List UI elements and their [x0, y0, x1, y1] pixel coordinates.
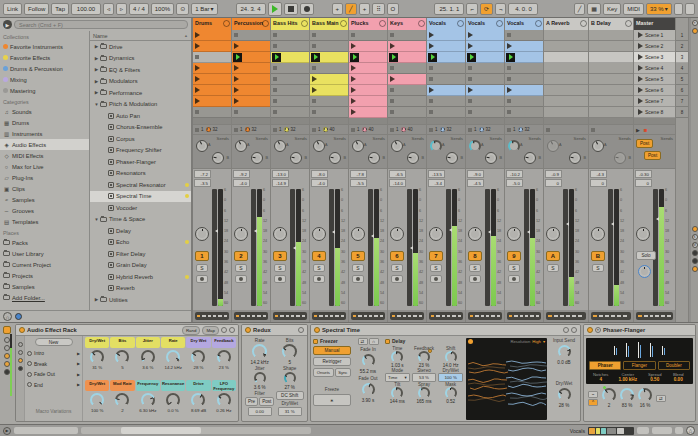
clip-slot-empty[interactable]	[505, 30, 543, 41]
macro-knob[interactable]	[166, 393, 180, 407]
return-clip-slot[interactable]	[589, 96, 633, 107]
drywet-value[interactable]: 100 %	[438, 373, 463, 382]
center-value[interactable]: 1.00 kHz	[612, 377, 643, 382]
solo-button[interactable]: S	[430, 264, 442, 272]
bits-value[interactable]: 5	[288, 360, 291, 365]
arm-record-button[interactable]	[352, 275, 364, 283]
clip-slot[interactable]	[193, 96, 231, 107]
resolution-value[interactable]: High	[532, 339, 541, 344]
amount-knob[interactable]	[620, 388, 634, 402]
freeze-button[interactable]: ∗	[313, 394, 351, 406]
arm-record-button[interactable]	[196, 275, 208, 283]
cue-volume-knob[interactable]	[638, 265, 651, 278]
device-on-toggle[interactable]	[314, 327, 320, 333]
drywet-value[interactable]: 31 %	[278, 407, 302, 416]
volume-fader[interactable]	[485, 189, 490, 306]
sync-toggle-icon[interactable]: ⇄	[656, 395, 666, 402]
sidebar-item-category[interactable]: ○Max for Live	[0, 161, 89, 172]
macro-name[interactable]: Mod Rate	[110, 380, 134, 391]
clip-slot-empty[interactable]	[505, 107, 543, 118]
clip-slot-empty[interactable]	[466, 107, 504, 118]
search-input[interactable]	[14, 20, 188, 29]
scene-number[interactable]: 6	[676, 85, 688, 96]
solo-button[interactable]: S	[391, 264, 403, 272]
arrangement-position-field[interactable]: 24. 3. 4	[236, 3, 266, 15]
spectrogram-display[interactable]: Resolution High ▾	[466, 338, 547, 420]
spread-value[interactable]: 0.50	[643, 377, 666, 382]
macro-knob[interactable]	[141, 393, 155, 407]
track-header[interactable]: Percussion	[232, 18, 270, 30]
shift-knob[interactable]	[445, 351, 457, 363]
nudge-down-button[interactable]: ◃	[103, 3, 114, 15]
clip-slot[interactable]	[349, 63, 387, 74]
solo-button[interactable]: S	[274, 264, 286, 272]
clip-slot[interactable]	[427, 30, 465, 41]
clip-stop-icon[interactable]	[507, 128, 511, 132]
volume-field[interactable]: -14.9	[272, 179, 289, 187]
sidebar-item-place[interactable]: Packs	[0, 237, 89, 248]
macro-knob[interactable]	[115, 350, 129, 364]
scrollbar-segment[interactable]	[14, 427, 78, 434]
macro-value[interactable]: 23 %	[219, 365, 229, 370]
sidebar-item-category[interactable]: ♫Sounds	[0, 106, 89, 117]
preview-headphone-icon[interactable]: ∩	[3, 312, 12, 321]
tree-item[interactable]: Reverb	[90, 283, 191, 295]
volume-fader[interactable]	[446, 189, 451, 306]
pan-knob[interactable]	[429, 227, 443, 241]
tree-item[interactable]: Filter Delay	[90, 248, 191, 260]
clip-slot[interactable]	[193, 41, 231, 52]
return-clip-slot[interactable]	[544, 41, 588, 52]
amount-value[interactable]: 83 %	[622, 403, 632, 408]
macro-knob[interactable]	[217, 350, 231, 364]
pan-knob[interactable]	[591, 227, 605, 241]
link-button[interactable]: Link	[3, 3, 22, 15]
macro-value[interactable]: 6.30 kHz	[139, 408, 156, 413]
track-header[interactable]: Plucks	[349, 18, 387, 30]
send-b-knob[interactable]	[368, 152, 380, 164]
device-view-toggle-icon[interactable]: ▶	[3, 427, 11, 435]
scene-number[interactable]: 5	[676, 74, 688, 85]
tree-item[interactable]: Frequency Shifter	[90, 145, 191, 157]
tree-item[interactable]: ▶Performance	[90, 87, 191, 99]
expand-arrow-icon[interactable]: ▶	[93, 297, 100, 302]
peak-level-box[interactable]: -13.5	[428, 170, 445, 178]
record-button[interactable]	[300, 3, 314, 15]
macro-name[interactable]: Resonance	[161, 380, 185, 391]
tree-item[interactable]: Delay	[90, 225, 191, 237]
clip-slot-empty[interactable]	[310, 41, 348, 52]
fade-in-value[interactable]: 55.2 ms	[360, 369, 376, 374]
mask-value[interactable]: 0.52	[446, 399, 455, 404]
peak-level-box[interactable]: -7.2	[194, 170, 211, 178]
rack-rand-button[interactable]: Rand	[182, 326, 201, 335]
sidebar-item-place[interactable]: User Library	[0, 248, 89, 259]
clip-slot-empty[interactable]	[232, 107, 270, 118]
device-on-toggle[interactable]	[245, 327, 251, 333]
volume-field[interactable]: -3.4	[428, 179, 445, 187]
expand-arrow-icon[interactable]: ▶	[93, 67, 100, 72]
volume-fader[interactable]	[368, 189, 373, 306]
scene-launch-slot[interactable]: Scene 3	[634, 52, 675, 63]
tree-item[interactable]: Grain Delay	[90, 260, 191, 272]
pan-knob[interactable]	[468, 227, 482, 241]
launch-variation-icon[interactable]: ▶	[77, 361, 80, 366]
sidebar-item-category[interactable]: ∼Grooves	[0, 205, 89, 216]
track-activator-button[interactable]: 2	[234, 251, 248, 261]
clip-slot-empty[interactable]	[310, 107, 348, 118]
clip-slot[interactable]	[193, 30, 231, 41]
device-scroll-segment[interactable]	[675, 427, 683, 434]
macro-name[interactable]: Rate	[161, 337, 185, 348]
track-header[interactable]: Bass Hits	[271, 18, 309, 30]
tree-item[interactable]: ▶Drive	[90, 41, 191, 53]
tree-item[interactable]: ▶Modulators	[90, 76, 191, 88]
clip-slot[interactable]	[310, 74, 348, 85]
sidebar-item-place[interactable]: Samples	[0, 281, 89, 292]
clip-slot[interactable]	[505, 85, 543, 96]
macro-name[interactable]: Dry/Wet	[85, 337, 109, 348]
volume-field[interactable]: -4.0	[233, 179, 250, 187]
sidebar-item-place[interactable]: Add Folder...	[0, 292, 89, 303]
track-header[interactable]: Master	[634, 18, 675, 30]
send-a-knob[interactable]	[508, 140, 520, 152]
send-b-knob[interactable]	[212, 152, 224, 164]
jitter-knob[interactable]	[254, 372, 266, 384]
clip-slot-empty[interactable]	[505, 63, 543, 74]
